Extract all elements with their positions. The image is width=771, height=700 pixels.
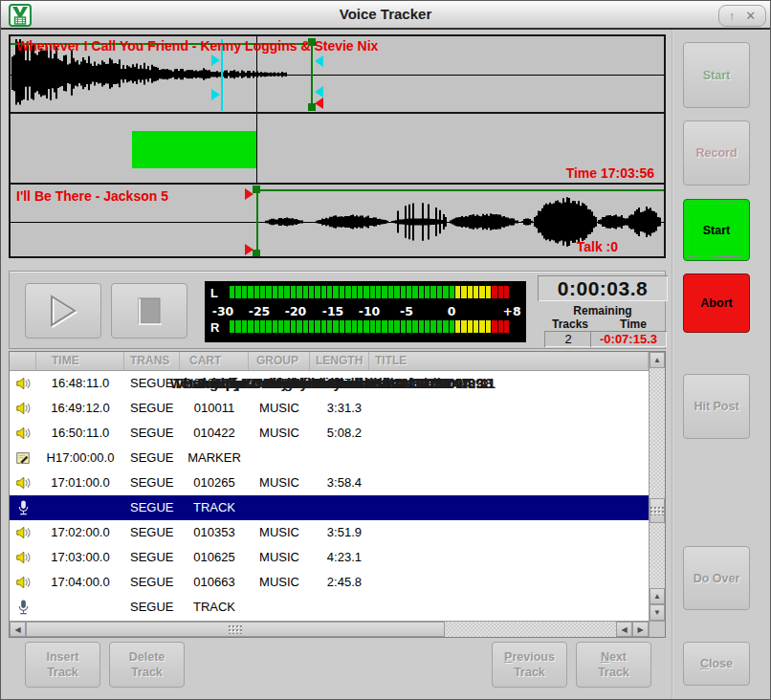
cell-cart: 010663 [180,570,249,595]
talk-label: Talk :0 [577,239,618,254]
speaker-icon [10,396,36,421]
segue-marker-handle-mid[interactable] [315,86,323,98]
cell-length [310,446,369,470]
column-header-TIME[interactable]: TIME [36,352,124,370]
stop-button [111,283,187,339]
column-header-icon[interactable] [10,352,36,370]
cell-cart: MARKER [180,446,249,470]
meter-scale-label: 0 [448,304,456,318]
cell-length: 3:58.4 [310,470,369,495]
cell-trans: SEGUE [124,595,180,620]
transport-bar: L -30-25-20-15-10-50+8 R 0:00:03.8 Remai… [9,271,666,349]
cell-length [310,495,369,520]
column-header-CART[interactable]: CART [180,352,249,370]
cell-time: 17:02:00.0 [36,520,124,545]
talk-marker-handle-bottom[interactable] [211,89,220,100]
playback-cursor [256,114,257,183]
waveform-editor: Whenever I Call You Friend - Kenny Loggi… [9,34,666,258]
horizontal-scrollbar[interactable]: ◀ ◀ ▶ [10,621,649,637]
start-handle-top[interactable] [253,186,260,193]
table-row[interactable]: 16:49:12.0SEGUE010011MUSIC3:31.3Bang The… [10,396,649,421]
scroll-right-button[interactable]: ▶ [632,622,649,637]
cell-cart: TRACK [180,495,249,520]
cell-cart: 010265 [180,470,249,495]
remaining-tracks-label: Tracks [541,317,599,331]
cell-group: MUSIC [249,396,310,421]
horizontal-scroll-thumb[interactable] [26,622,445,637]
speaker-icon [10,570,36,595]
column-header-LENGTH[interactable]: LENGTH [310,352,369,370]
cell-time: 17:04:00.0 [36,570,124,595]
close-button[interactable]: ✕ [745,9,756,23]
window-title: Voice Tracker [1,1,770,28]
close-button: Close [683,642,750,686]
cell-time: 17:03:00.0 [36,545,124,570]
start-marker-handle-top[interactable] [245,188,253,200]
meter-scale-label: -25 [249,304,271,318]
voice-track-region[interactable] [132,131,257,168]
meter-scale-label: -20 [285,304,307,318]
vertical-scroll-thumb[interactable] [650,498,665,523]
table-row[interactable]: 17:03:00.0SEGUE010625MUSIC4:23.1Total Ec… [10,545,649,570]
titlebar-buttons: ↑ ✕ [718,5,766,27]
scroll-down-button[interactable]: ▼ [650,604,665,621]
cell-group: MUSIC [249,570,310,595]
track1-waveform-panel[interactable]: Whenever I Call You Friend - Kenny Loggi… [11,36,664,112]
cell-group: MUSIC [249,520,310,545]
speaker-icon [10,470,36,495]
remaining-time-value: -0:07:15.3 [590,331,667,347]
track2-start-line[interactable] [256,186,258,256]
panel-separator [672,30,673,699]
scroll-left-button[interactable]: ◀ [10,622,26,637]
cell-length: 3:31.3 [310,396,369,421]
cell-cart: TRACK [180,595,249,620]
column-header-TITLE[interactable]: TITLE [369,352,649,370]
scroll-up-icon: ▲ [653,592,661,601]
cell-trans: SEGUE [124,421,180,446]
speaker-icon [10,520,36,545]
column-header-GROUP[interactable]: GROUP [249,352,310,370]
table-row-selected[interactable]: SEGUETRACKVoice Track [10,495,649,520]
scroll-up-button[interactable]: ▲ [650,352,665,368]
start-main-button[interactable]: Start [683,199,750,261]
vertical-scrollbar[interactable]: ▲ ▲ ▼ [649,352,665,621]
track1-title: Whenever I Call You Friend - Kenny Loggi… [16,38,378,54]
table-row[interactable]: SEGUETRACKVoice Track [10,595,649,620]
cell-trans: SEGUE [124,570,180,595]
vu-meter: L -30-25-20-15-10-50+8 R [205,281,526,342]
segue-marker-handle-top[interactable] [315,55,323,67]
log-table: TIMETRANSCARTGROUPLENGTHTITLE 16:48:11.0… [9,351,666,638]
voice-track-panel[interactable]: Time 17:03:56 [11,112,664,183]
cell-trans: SEGUE [124,495,180,520]
do-over-button: Do Over [683,546,750,610]
log-header: TIMETRANSCARTGROUPLENGTHTITLE [10,352,649,371]
shade-button[interactable]: ↑ [729,9,736,23]
talk-marker-handle-top[interactable] [211,55,220,66]
meter-scale-label: -30 [212,304,234,318]
table-row[interactable]: 17:02:00.0SEGUE010353MUSIC3:51.9I'll Be … [10,520,649,545]
table-row[interactable]: 16:50:11.0SEGUE010422MUSIC5:08.2Space Od… [10,421,649,446]
cell-group [249,495,310,520]
meter-right-label: R [210,320,219,335]
start-handle-bottom[interactable] [253,250,260,256]
table-row[interactable]: 17:01:00.0SEGUE010265MUSIC3:58.4Whenever… [10,470,649,495]
meter-scale-label: -10 [359,304,381,318]
thumb-grip [650,507,664,515]
cell-cart: 010625 [180,545,249,570]
column-header-TRANS[interactable]: TRANS [124,352,180,370]
abort-button[interactable]: Abort [683,273,750,333]
track2-waveform-panel[interactable]: I'll Be There - Jackson 5 Talk :0 [11,183,664,256]
cell-time: 16:50:11.0 [36,421,124,446]
end-marker-handle[interactable] [315,98,323,109]
track1-centerline [11,75,664,76]
scroll-left-button-2[interactable]: ◀ [616,622,632,637]
table-row[interactable]: H17:00:00.0SEGUEMARKERLegal ID Goes Here [10,446,649,470]
scroll-down-icon: ▼ [653,608,661,617]
table-row[interactable]: 17:04:00.0SEGUE010663MUSIC2:45.8Friday O… [10,570,649,595]
meter-scale-label: -15 [322,304,344,318]
cell-trans: SEGUE [124,396,180,421]
titlebar[interactable]: Voice Tracker ↑ ✕ [1,1,770,30]
elapsed-time-display: 0:00:03.8 [538,275,668,301]
scroll-up-button-2[interactable]: ▲ [650,588,665,604]
start-marker-handle-bottom[interactable] [245,244,253,255]
